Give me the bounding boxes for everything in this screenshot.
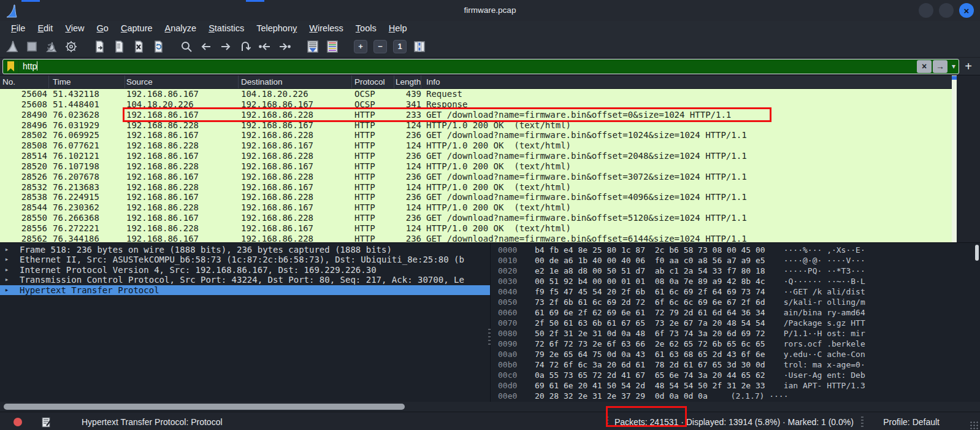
- column-header-time[interactable]: Time: [49, 75, 125, 88]
- column-header-no[interactable]: No.: [0, 75, 49, 88]
- hex-row-00e0[interactable]: 00e020 28 32 2e 31 2e 37 29 0d 0a 0d 0a …: [498, 391, 980, 401]
- colorize-button[interactable]: [323, 37, 342, 56]
- go-first-packet-button[interactable]: [255, 37, 275, 56]
- hex-row-00d0[interactable]: 00d069 61 6e 20 41 50 54 2d 48 54 54 50 …: [498, 380, 980, 391]
- hex-row-0060[interactable]: 006061 69 6e 2f 62 69 6e 61 72 79 2d 61 …: [498, 307, 980, 318]
- column-header-info[interactable]: Info: [421, 75, 980, 88]
- capture-comment-icon[interactable]: [42, 417, 52, 428]
- hex-row-0010[interactable]: 001000 de a6 1b 40 00 40 06 f0 aa c0 a8 …: [498, 255, 980, 266]
- filter-clear-button[interactable]: ×: [917, 60, 932, 73]
- column-header-destination[interactable]: Destination: [239, 75, 352, 88]
- close-button[interactable]: ×: [959, 3, 974, 18]
- go-forward-button[interactable]: [216, 37, 235, 56]
- start-capture-button[interactable]: [2, 37, 22, 56]
- scrollbar-thumb[interactable]: [975, 245, 979, 261]
- stop-capture-button[interactable]: [22, 37, 42, 56]
- go-to-packet-button[interactable]: [235, 37, 255, 56]
- packet-row-28562[interactable]: 2856276.344186192.168.86.167192.168.86.2…: [0, 234, 952, 242]
- hex-row-0080[interactable]: 008050 2f 31 2e 31 0d 0a 48 6f 73 74 3a …: [498, 328, 980, 339]
- open-file-button[interactable]: [90, 37, 109, 56]
- filter-bookmark-button[interactable]: [3, 60, 19, 74]
- packet-row-28538[interactable]: 2853876.224915192.168.86.167192.168.86.2…: [0, 192, 952, 202]
- zoom-in-button[interactable]: +: [351, 37, 370, 56]
- menu-capture[interactable]: Capture: [115, 22, 159, 34]
- hex-row-0030[interactable]: 003000 51 92 b4 00 00 01 01 08 0a 7e 89 …: [498, 276, 980, 286]
- detail-line[interactable]: ▸Transmission Control Protocol, Src Port…: [0, 275, 490, 285]
- hex-row-0050[interactable]: 005073 2f 6b 61 6c 69 2d 72 6f 6c 6c 69 …: [498, 297, 980, 307]
- expert-info-red-dot-icon[interactable]: [13, 418, 22, 426]
- menu-tools[interactable]: Tools: [350, 22, 383, 34]
- filter-dropdown-button[interactable]: ▾: [949, 62, 959, 71]
- menu-file[interactable]: File: [5, 22, 31, 34]
- hex-row-0000[interactable]: 0000b4 fb e4 8e 25 80 1c 87 2c b6 58 73 …: [498, 245, 980, 255]
- filter-add-button[interactable]: +: [959, 60, 978, 74]
- hex-row-0020[interactable]: 0020e2 1e a8 d8 00 50 51 d7 ab c1 2a 54 …: [498, 266, 980, 276]
- menu-analyze[interactable]: Analyze: [159, 22, 203, 34]
- menu-telephony[interactable]: Telephony: [250, 22, 303, 34]
- menu-go[interactable]: Go: [91, 22, 115, 34]
- zoom-100-button[interactable]: 1: [390, 37, 410, 56]
- go-last-packet-button[interactable]: [275, 37, 294, 56]
- restart-capture-button[interactable]: [42, 37, 61, 56]
- display-filter-input[interactable]: http × → ▾: [2, 59, 959, 74]
- resize-columns-button[interactable]: [410, 37, 429, 56]
- packet-list-vertical-scrollbar[interactable]: [952, 75, 957, 242]
- packet-row-28550[interactable]: 2855076.266368192.168.86.167192.168.86.2…: [0, 213, 952, 223]
- minimize-button[interactable]: [919, 3, 933, 18]
- packet-row-28502[interactable]: 2850276.069925192.168.86.167192.168.86.2…: [0, 130, 952, 140]
- detail-line[interactable]: ▸Internet Protocol Version 4, Src: 192.1…: [0, 265, 490, 275]
- expander-triangle-right-icon[interactable]: ▸: [0, 285, 13, 295]
- window-resize-grip[interactable]: [970, 421, 978, 429]
- hex-row-00a0[interactable]: 00a079 2e 65 64 75 0d 0a 43 61 63 68 65 …: [498, 349, 980, 359]
- find-packet-button[interactable]: [177, 37, 196, 56]
- status-separator[interactable]: [606, 417, 608, 428]
- menu-edit[interactable]: Edit: [31, 22, 59, 34]
- hex-row-0070[interactable]: 00702f 50 61 63 6b 61 67 65 73 2e 67 7a …: [498, 318, 980, 328]
- packet-row-28556[interactable]: 2855676.272221192.168.86.228192.168.86.1…: [0, 223, 952, 234]
- packet-row-25608[interactable]: 2560851.448401104.18.20.226192.168.86.16…: [0, 99, 952, 110]
- packet-row-28520[interactable]: 2852076.107198192.168.86.228192.168.86.1…: [0, 161, 952, 172]
- packet-row-28514[interactable]: 2851476.102121192.168.86.167192.168.86.2…: [0, 151, 952, 161]
- menu-help[interactable]: Help: [383, 22, 413, 34]
- auto-scroll-button[interactable]: [303, 37, 323, 56]
- zoom-out-button[interactable]: −: [370, 37, 390, 56]
- pane-splitter-handle[interactable]: [488, 329, 491, 347]
- hex-row-00c0[interactable]: 00c00a 55 73 65 72 2d 41 67 65 6e 74 3a …: [498, 370, 980, 380]
- detail-line[interactable]: ▸Ethernet II, Src: ASUSTekCOMPU_b6:58:73…: [0, 255, 490, 264]
- expander-triangle-right-icon[interactable]: ▸: [0, 265, 13, 275]
- filter-apply-button[interactable]: →: [933, 60, 947, 73]
- menu-wireless[interactable]: Wireless: [303, 22, 350, 34]
- close-file-button[interactable]: [129, 37, 148, 56]
- capture-options-button[interactable]: [61, 37, 81, 56]
- detail-horizontal-scrollbar[interactable]: [0, 402, 980, 412]
- status-separator[interactable]: [861, 417, 863, 428]
- packet-row-28526[interactable]: 2852676.207678192.168.86.167192.168.86.2…: [0, 172, 952, 182]
- expander-triangle-right-icon[interactable]: ▸: [0, 255, 13, 264]
- packet-row-28508[interactable]: 2850876.077621192.168.86.228192.168.86.1…: [0, 140, 952, 151]
- column-header-protocol[interactable]: Protocol: [352, 75, 394, 88]
- packet-row-28544[interactable]: 2854476.230362192.168.86.228192.168.86.1…: [0, 202, 952, 213]
- expander-triangle-right-icon[interactable]: ▸: [0, 275, 13, 285]
- packet-row-28532[interactable]: 2853276.213683192.168.86.228192.168.86.1…: [0, 182, 952, 193]
- column-header-length[interactable]: Length: [394, 75, 421, 88]
- expander-triangle-right-icon[interactable]: ▸: [0, 245, 13, 255]
- titlebar[interactable]: firmware.pcap ×: [0, 0, 980, 21]
- scrollbar-thumb[interactable]: [4, 404, 405, 410]
- packet-row-28490[interactable]: 2849076.023628192.168.86.167192.168.86.2…: [0, 110, 952, 120]
- bytes-vertical-scrollbar[interactable]: [975, 244, 979, 400]
- menu-view[interactable]: View: [59, 22, 90, 34]
- profile-selector[interactable]: Profile: Default: [883, 417, 940, 427]
- detail-line[interactable]: ▸Hypertext Transfer Protocol: [0, 285, 490, 295]
- packet-row-25604[interactable]: 2560451.432118192.168.86.167104.18.20.22…: [0, 89, 952, 99]
- reload-file-button[interactable]: [148, 37, 168, 56]
- hex-row-0040[interactable]: 0040f9 f5 47 45 54 20 2f 6b 61 6c 69 2f …: [498, 286, 980, 297]
- scrollbar-thumb[interactable]: [952, 76, 957, 80]
- maximize-button[interactable]: [939, 3, 954, 18]
- go-back-button[interactable]: [196, 37, 216, 56]
- hex-row-00b0[interactable]: 00b074 72 6f 6c 3a 20 6d 61 78 2d 61 67 …: [498, 359, 980, 370]
- column-header-source[interactable]: Source: [125, 75, 239, 88]
- menu-statistics[interactable]: Statistics: [202, 22, 250, 34]
- save-file-button[interactable]: [109, 37, 129, 56]
- hex-row-0090[interactable]: 009072 6f 72 73 2e 6f 63 66 2e 62 65 72 …: [498, 339, 980, 349]
- packet-row-28496[interactable]: 2849676.031929192.168.86.228192.168.86.1…: [0, 120, 952, 131]
